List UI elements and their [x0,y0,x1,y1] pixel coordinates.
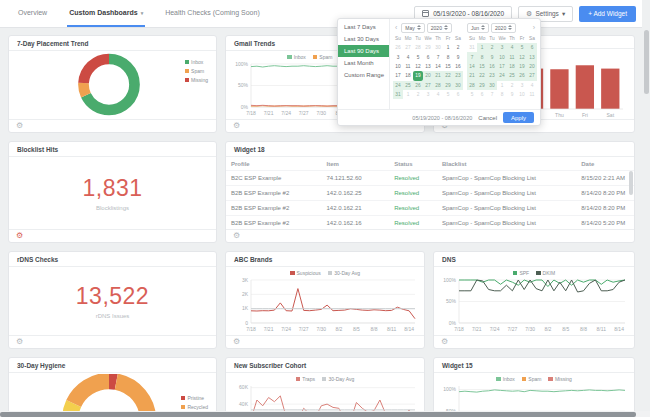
calendar-day[interactable]: 7 [467,52,477,61]
calendar-day[interactable]: 25 [507,71,517,80]
apply-button[interactable]: Apply [503,112,534,123]
widget-settings-gear-icon[interactable]: ⚙ [233,122,240,130]
calendar-day[interactable]: 14 [467,62,477,71]
widget-settings-gear-icon[interactable]: ⚙ [233,232,240,240]
calendar-day[interactable]: 22 [477,71,487,80]
calendar-day[interactable]: 4 [403,52,413,61]
preset-item[interactable]: Last 7 Days [338,21,389,33]
calendar-day[interactable]: 22 [443,71,453,80]
calendar-day[interactable]: 1 [477,43,487,52]
calendar-day[interactable]: 8 [497,90,507,99]
calendar-day[interactable]: 23 [487,71,497,80]
calendar-day[interactable]: 17 [497,62,507,71]
preset-item[interactable]: Custom Range [338,69,389,81]
calendar-day[interactable]: 24 [393,81,403,90]
calendar-day[interactable]: 6 [453,90,463,99]
widget-settings-gear-icon[interactable]: ⚙ [441,338,448,346]
widget-settings-gear-icon[interactable]: ⚙ [16,338,23,346]
widget-settings-gear-icon[interactable]: ⚙ [16,232,23,240]
calendar-day[interactable]: 25 [403,81,413,90]
calendar-day[interactable]: 20 [527,62,537,71]
calendar-day[interactable]: 19 [517,62,527,71]
calendar-day[interactable]: 27 [527,71,537,80]
calendar-day[interactable]: 18 [507,62,517,71]
prev-month-icon[interactable]: ‹ [393,24,399,31]
calendar-day[interactable]: 31 [467,43,477,52]
calendar-day[interactable]: 19 [413,71,423,80]
calendar-day[interactable]: 21 [467,71,477,80]
calendar-day[interactable]: 31 [393,90,403,99]
calendar-day[interactable]: 10 [497,52,507,61]
widget-settings-gear-icon[interactable]: ⚙ [233,338,240,346]
table-row[interactable]: B2B ESP Example #2142.0.162.16ResolvedSp… [226,215,634,229]
calendar-day[interactable]: 9 [507,90,517,99]
calendar-day[interactable]: 20 [423,71,433,80]
calendar-day[interactable]: 27 [403,43,413,52]
month-select[interactable]: May [401,23,424,33]
year-select[interactable]: 2020 [427,23,452,33]
calendar-day[interactable]: 27 [423,81,433,90]
calendar-day[interactable]: 2 [453,43,463,52]
calendar-day[interactable]: 1 [403,90,413,99]
calendar-day[interactable]: 5 [467,90,477,99]
calendar-day[interactable]: 3 [497,43,507,52]
cancel-button[interactable]: Cancel [478,115,497,121]
tab-health-checks[interactable]: Health Checks (Coming Soon) [163,0,262,27]
calendar-day[interactable]: 9 [453,52,463,61]
calendar-day[interactable]: 11 [527,90,537,99]
calendar-day[interactable]: 7 [487,90,497,99]
preset-item[interactable]: Last Month [338,57,389,69]
calendar-day[interactable]: 18 [403,71,413,80]
table-row[interactable]: B2B ESP Example #2142.0.162.21ResolvedSp… [226,200,634,215]
vertical-scrollbar[interactable] [642,0,650,417]
calendar-day[interactable]: 15 [443,62,453,71]
calendar-day[interactable]: 8 [443,52,453,61]
table-scrollbar-thumb[interactable] [629,171,633,195]
calendar-day[interactable]: 16 [487,62,497,71]
calendar-day[interactable]: 2 [487,43,497,52]
calendar-day[interactable]: 2 [413,90,423,99]
next-month-icon[interactable]: › [531,24,537,31]
calendar-day[interactable]: 5 [443,90,453,99]
table-row[interactable]: B2B ESP Example #2142.0.162.25ResolvedSp… [226,185,634,200]
table-row[interactable]: B2C ESP Example74.121.52.60ResolvedSpamC… [226,170,634,185]
calendar-day[interactable]: 2 [507,81,517,90]
preset-item[interactable]: Last 90 Days [338,45,389,57]
calendar-day[interactable]: 3 [393,52,403,61]
calendar-day[interactable]: 17 [393,71,403,80]
calendar-day[interactable]: 30 [487,81,497,90]
calendar-day[interactable]: 30 [453,81,463,90]
calendar-day[interactable]: 12 [517,52,527,61]
calendar-day[interactable]: 1 [443,43,453,52]
calendar-day[interactable]: 9 [487,52,497,61]
calendar-day[interactable]: 4 [507,43,517,52]
horizontal-scrollbar[interactable] [0,411,650,417]
calendar-day[interactable]: 29 [477,81,487,90]
calendar-day[interactable]: 28 [467,81,477,90]
calendar-day[interactable]: 4 [433,90,443,99]
add-widget-button[interactable]: + Add Widget [579,6,636,22]
calendar-day[interactable]: 24 [497,71,507,80]
calendar-day[interactable]: 26 [393,43,403,52]
calendar-day[interactable]: 13 [527,52,537,61]
calendar-day[interactable]: 3 [423,90,433,99]
calendar-day[interactable]: 7 [433,52,443,61]
calendar-day[interactable]: 30 [433,43,443,52]
calendar-day[interactable]: 23 [453,71,463,80]
calendar-day[interactable]: 26 [413,81,423,90]
calendar-day[interactable]: 5 [413,52,423,61]
calendar-day[interactable]: 11 [403,62,413,71]
calendar-day[interactable]: 29 [423,43,433,52]
vertical-scrollbar-thumb[interactable] [644,30,649,94]
calendar-day[interactable]: 1 [497,81,507,90]
horizontal-scrollbar-thumb[interactable] [0,412,636,417]
tab-overview[interactable]: Overview [16,0,49,27]
calendar-day[interactable]: 6 [477,90,487,99]
calendar-day[interactable]: 13 [423,62,433,71]
preset-item[interactable]: Last 30 Days [338,33,389,45]
calendar-day[interactable]: 11 [507,52,517,61]
calendar-day[interactable]: 6 [423,52,433,61]
widget-settings-gear-icon[interactable]: ⚙ [16,122,23,130]
calendar-day[interactable]: 5 [517,43,527,52]
calendar-day[interactable]: 8 [477,52,487,61]
